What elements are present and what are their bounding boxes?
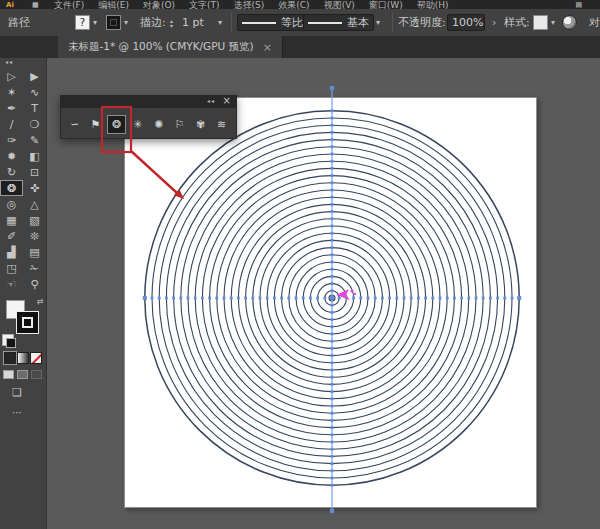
stroke-swatch[interactable]	[16, 311, 39, 334]
document-tab[interactable]: 未标题-1* @ 100% (CMYK/GPU 预览) ×	[58, 36, 283, 58]
tool-pencil-tool[interactable]: ✎	[23, 132, 46, 148]
tool-rotate-tool[interactable]: ↻	[0, 164, 23, 180]
opacity-options-chevron[interactable]: ›	[492, 9, 496, 36]
tool-twirl-tool[interactable]: ❂	[0, 180, 23, 196]
none-button[interactable]	[30, 352, 42, 364]
width-profile-select[interactable]: 等比	[237, 14, 308, 31]
swap-fill-stroke-icon[interactable]: ⇄	[37, 297, 44, 306]
panel-body: ⋯⋯ ∽⚑❂✳✺⚐✾≋	[60, 108, 237, 139]
bloat-tool-icon: ✺	[154, 118, 163, 131]
menu-item[interactable]: 选择(S)	[234, 0, 265, 9]
menu-item[interactable]: 窗口(W)	[369, 0, 403, 9]
drawing-mode-buttons	[3, 370, 42, 379]
tool-paintbrush-tool[interactable]: ✑	[0, 132, 23, 148]
tool-puppet-warp-tool[interactable]: ✜	[23, 180, 46, 196]
menu-item[interactable]: 帮助(H)	[417, 0, 449, 9]
menu-items: 文件(F)编辑(E)对象(O)文字(T)选择(S)效果(C)视图(V)窗口(W)…	[54, 0, 449, 9]
stroke-width-stepper[interactable]: ▴▾	[170, 18, 173, 28]
tool-selection-tool[interactable]: ▷	[0, 68, 23, 84]
panel-tool-crystallize-tool[interactable]: ✾	[191, 115, 210, 134]
draw-behind-button[interactable]	[17, 370, 28, 379]
crystallize-tool-icon: ✾	[196, 118, 205, 131]
panel-tool-warp-tool[interactable]: ⚑	[86, 115, 105, 134]
tool-direct-selection-tool[interactable]: ▶	[23, 68, 46, 84]
selection-type-label: 路径	[8, 9, 30, 36]
workspace-switcher-icon[interactable]: ▤	[575, 1, 582, 9]
fill-caret-icon[interactable]: ▾	[91, 18, 99, 27]
perspective-grid-tool-icon: △	[30, 198, 38, 211]
stroke-width-value[interactable]: 1 pt	[182, 9, 204, 36]
panel-tool-scallop-tool[interactable]: ⚐	[170, 115, 189, 134]
panel-tool-twirl-tool[interactable]: ❂	[107, 115, 126, 134]
color-button[interactable]	[4, 352, 16, 364]
screen-mode-icon[interactable]: ❏	[12, 386, 22, 399]
tool-artboard-tool[interactable]: ◳	[0, 260, 23, 276]
menu-item[interactable]: 视图(V)	[324, 0, 355, 9]
default-fill-stroke-icon[interactable]	[2, 334, 14, 346]
panel-tool-wrinkle-tool[interactable]: ≋	[212, 115, 231, 134]
panel-tool-bloat-tool[interactable]: ✺	[149, 115, 168, 134]
edit-toolbar-icon[interactable]: ⋯	[12, 407, 23, 418]
tool-lasso-tool[interactable]: ∿	[23, 84, 46, 100]
pen-tool-icon: ✒	[7, 102, 16, 115]
tool-zoom-tool[interactable]: ⚲	[23, 276, 46, 292]
lasso-tool-icon: ∿	[30, 86, 39, 99]
scallop-tool-icon: ⚐	[175, 118, 185, 131]
tool-perspective-grid-tool[interactable]: △	[23, 196, 46, 212]
panel-collapse-icon[interactable]: ◂◂	[207, 97, 215, 104]
zoom-tool-icon: ⚲	[30, 278, 38, 291]
recolor-artwork-icon[interactable]	[562, 15, 577, 30]
menu-item[interactable]: 编辑(E)	[98, 0, 129, 9]
menu-item[interactable]: 对象(O)	[143, 0, 175, 9]
tool-column-graph-tool[interactable]: ▤	[23, 244, 46, 260]
brush-definition-select[interactable]: 基本	[303, 14, 374, 31]
toolbar-collapse-icon[interactable]: ◂◂	[0, 58, 46, 68]
artboard[interactable]	[124, 97, 537, 508]
stroke-caret-icon[interactable]: ▾	[122, 18, 130, 27]
tool-grid: ▷▶✶∿✒T∕❍✑✎✹◧↻⊡❂✜◎△▦▧✐❊▟▤◳✁☜⚲	[0, 68, 46, 292]
tool-pen-tool[interactable]: ✒	[0, 100, 23, 116]
tool-shaper-tool[interactable]: ❍	[23, 116, 46, 132]
stroke-color-well[interactable]	[106, 15, 121, 30]
tools-panel: ◂◂ ▷▶✶∿✒T∕❍✑✎✹◧↻⊡❂✜◎△▦▧✐❊▟▤◳✁☜⚲ ⇄ ❏ ⋯	[0, 58, 47, 529]
tool-type-tool[interactable]: T	[23, 100, 46, 116]
draw-inside-button[interactable]	[31, 370, 42, 379]
tool-magic-wand-tool[interactable]: ✶	[0, 84, 23, 100]
draw-normal-button[interactable]	[3, 370, 14, 379]
stroke-width-caret-icon[interactable]: ▾	[216, 18, 224, 27]
scale-tool-icon: ⊡	[30, 166, 39, 179]
tool-eraser-tool[interactable]: ◧	[23, 148, 46, 164]
tool-blob-brush-tool[interactable]: ✹	[0, 148, 23, 164]
tool-line-segment-tool[interactable]: ∕	[0, 116, 23, 132]
document-tab-title: 未标题-1* @ 100% (CMYK/GPU 预览)	[68, 40, 254, 54]
fill-color-well[interactable]: ?	[75, 15, 90, 30]
tool-eyedropper-tool[interactable]: ✐	[0, 228, 23, 244]
tool-mesh-tool[interactable]: ▦	[0, 212, 23, 228]
opacity-input[interactable]: 100%	[447, 14, 485, 31]
menu-item[interactable]: 文件(F)	[54, 0, 84, 9]
menu-item[interactable]: 文字(T)	[189, 0, 220, 9]
column-graph-tool-icon: ▤	[29, 246, 39, 259]
shape-builder-tool-icon: ◎	[7, 198, 17, 211]
selection-tool-icon: ▷	[7, 70, 15, 83]
tool-scale-tool[interactable]: ⊡	[23, 164, 46, 180]
tool-gradient-tool[interactable]: ▧	[23, 212, 46, 228]
tool-graph-tool[interactable]: ▟	[0, 244, 23, 260]
tool-slice-tool[interactable]: ✁	[23, 260, 46, 276]
panel-tool-width-tool[interactable]: ∽	[65, 115, 84, 134]
tab-close-icon[interactable]: ×	[263, 41, 272, 54]
menu-item[interactable]: 效果(C)	[278, 0, 309, 9]
tool-symbol-sprayer-tool[interactable]: ❊	[23, 228, 46, 244]
panel-close-icon[interactable]: ×	[223, 95, 231, 106]
brush-value: 基本	[347, 15, 369, 30]
style-caret-icon[interactable]: ▾	[549, 18, 557, 27]
panel-tool-pucker-tool[interactable]: ✳	[128, 115, 147, 134]
tool-shape-builder-tool[interactable]: ◎	[0, 196, 23, 212]
control-bar: 路径 ? ▾ ▾ 描边: ▴▾ 1 pt ▾ 等比 ▾ 基本	[0, 9, 600, 37]
style-swatch[interactable]	[533, 15, 548, 30]
brush-caret-icon[interactable]: ▾	[374, 18, 382, 27]
color-mode-buttons	[4, 352, 42, 364]
gradient-button[interactable]	[17, 352, 29, 364]
tool-hand-tool[interactable]: ☜	[0, 276, 23, 292]
eraser-tool-icon: ◧	[29, 150, 39, 163]
